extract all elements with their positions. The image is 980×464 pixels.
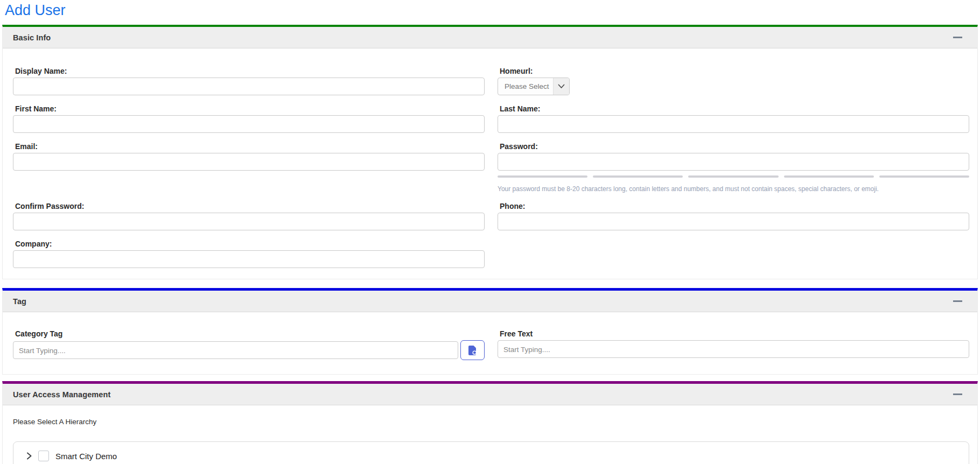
strength-meter-segment <box>688 175 778 178</box>
first-name-input[interactable] <box>13 115 485 133</box>
tag-title: Tag <box>13 297 26 306</box>
basic-info-title: Basic Info <box>13 33 51 42</box>
homeurl-label: Homeurl: <box>498 67 969 76</box>
display-name-input[interactable] <box>13 78 485 95</box>
tag-body: Category Tag Free Te <box>3 312 977 374</box>
homeurl-field-group: Homeurl: Please Select <box>498 67 969 95</box>
phone-field-group: Phone: <box>498 202 969 230</box>
company-label: Company: <box>13 240 485 249</box>
basic-info-collapse-button[interactable] <box>952 34 963 40</box>
basic-info-header: Basic Info <box>3 27 977 48</box>
password-hint-text: Your password must be 8-20 characters lo… <box>498 185 969 193</box>
basic-info-body: Display Name: Homeurl: Please Select Fir… <box>3 48 977 279</box>
hierarchy-prompt-text: Please Select A Hierarchy <box>13 417 969 426</box>
email-field-group: Email: <box>13 142 485 193</box>
company-input[interactable] <box>13 250 485 268</box>
last-name-field-group: Last Name: <box>498 104 969 133</box>
tag-header: Tag <box>3 291 977 312</box>
tag-collapse-button[interactable] <box>952 298 963 304</box>
category-tag-label: Category Tag <box>13 329 485 339</box>
minus-icon <box>953 37 962 38</box>
free-text-input[interactable] <box>498 340 969 358</box>
user-access-header: User Access Management <box>3 384 977 405</box>
chevron-down-icon <box>553 78 569 95</box>
strength-meter-segment <box>593 175 683 178</box>
strength-meter-segment <box>784 175 874 178</box>
section-user-access-management: User Access Management Please Select A H… <box>2 381 978 464</box>
confirm-password-label: Confirm Password: <box>13 202 485 211</box>
strength-meter-segment <box>879 175 969 178</box>
user-access-title: User Access Management <box>13 390 110 399</box>
display-name-label: Display Name: <box>13 67 485 76</box>
password-label: Password: <box>498 142 969 151</box>
section-tag: Tag Category Tag <box>2 288 978 375</box>
free-text-label: Free Text <box>498 329 969 339</box>
company-field-group: Company: <box>13 240 485 268</box>
confirm-password-input[interactable] <box>13 213 485 230</box>
password-field-group: Password: Your password must be 8-20 cha… <box>498 142 969 193</box>
phone-input[interactable] <box>498 213 969 230</box>
minus-icon <box>953 393 962 395</box>
phone-label: Phone: <box>498 202 969 211</box>
last-name-label: Last Name: <box>498 104 969 114</box>
tree-row-smart-city-demo: Smart City Demo <box>25 449 969 462</box>
email-label: Email: <box>13 142 485 151</box>
category-tag-browse-button[interactable] <box>460 340 485 360</box>
minus-icon <box>953 300 962 302</box>
password-input[interactable] <box>498 153 969 171</box>
hierarchy-checkbox[interactable] <box>38 451 49 461</box>
last-name-input[interactable] <box>498 115 969 133</box>
category-tag-field-group: Category Tag <box>13 329 485 360</box>
user-access-body: Please Select A Hierarchy Smart City Dem… <box>3 405 977 464</box>
chevron-right-icon[interactable] <box>25 452 33 460</box>
display-name-field-group: Display Name: <box>13 67 485 95</box>
homeurl-selected-value: Please Select <box>498 78 553 95</box>
section-basic-info: Basic Info Display Name: Homeurl: Please… <box>2 25 978 279</box>
file-badge-icon <box>468 346 477 355</box>
user-access-collapse-button[interactable] <box>952 391 963 397</box>
page-title: Add User <box>0 0 980 25</box>
first-name-label: First Name: <box>13 104 485 114</box>
confirm-password-field-group: Confirm Password: <box>13 202 485 230</box>
tree-node-label: Smart City Demo <box>55 452 117 461</box>
hierarchy-tree-panel: Smart City Demo <box>13 441 969 464</box>
free-text-field-group: Free Text <box>498 329 969 360</box>
homeurl-select[interactable]: Please Select <box>498 78 570 95</box>
strength-meter-segment <box>498 175 587 178</box>
first-name-field-group: First Name: <box>13 104 485 133</box>
password-strength-meter <box>498 175 969 178</box>
email-input[interactable] <box>13 153 485 171</box>
category-tag-input[interactable] <box>13 341 458 359</box>
